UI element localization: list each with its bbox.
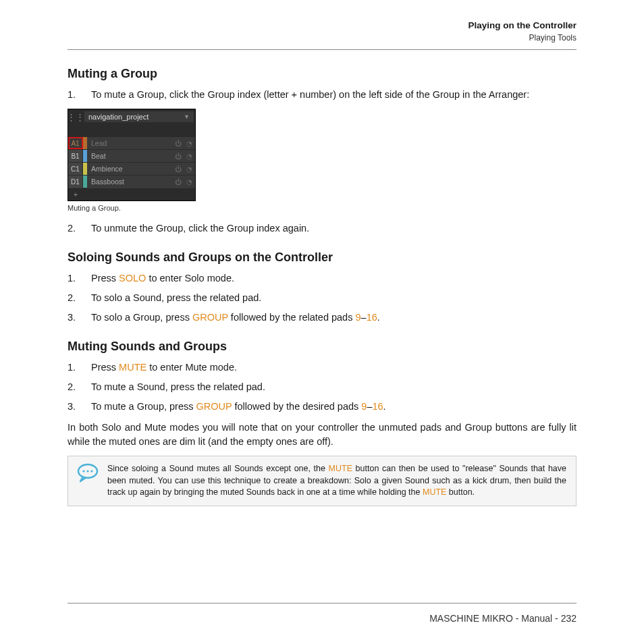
steps-mute-group-cont: To unmute the Group, click the Group ind… [68,221,576,236]
step-text: Press SOLO to enter Solo mode. [68,271,576,286]
step-text: To mute a Sound, press the related pad. [68,380,576,394]
page-header: Playing on the Controller Playing Tools [68,20,576,50]
group-name: Beat [87,150,172,162]
tip-box: Since soloing a Sound mutes all Sounds e… [68,456,576,506]
key-group: GROUP [192,312,228,323]
step-text: To solo a Sound, press the related pad. [68,291,576,305]
key-group: GROUP [196,401,232,412]
clock-icon: ◔ [186,153,192,160]
arranger-topbar: ⋮⋮ navigation_project ▼ [68,109,195,124]
heading-soloing: Soloing Sounds and Groups on the Control… [68,250,576,265]
group-row-icons: ⏻◔ [172,150,195,162]
arranger-group-row[interactable]: A1Lead⏻◔ [68,136,195,149]
clock-icon: ◔ [186,140,192,147]
group-name: Bassboost [87,176,172,188]
key-pad-16: 16 [372,401,383,412]
tip-text: Since soloing a Sound mutes all Sounds e… [107,464,329,473]
project-name-label: navigation_project [88,111,149,122]
chevron-down-icon: ▼ [184,111,190,122]
svg-point-2 [86,471,88,473]
steps-mute-group: To mute a Group, click the Group index (… [68,88,576,102]
arranger-group-row[interactable]: B1Beat⏻◔ [68,149,195,162]
speech-bubble-icon [76,463,101,483]
power-icon: ⏻ [175,165,182,173]
key-mute: MUTE [423,487,446,497]
svg-point-3 [90,471,92,473]
key-mute: MUTE [119,362,146,373]
clock-icon: ◔ [186,165,192,173]
group-name: Ambience [87,163,172,175]
group-name: Lead [87,137,172,149]
group-index[interactable]: A1 [68,137,83,149]
panel-grip-icon: ⋮⋮ [68,109,83,124]
key-pad-9: 9 [355,312,360,323]
power-icon: ⏻ [175,153,182,160]
group-index[interactable]: B1 [68,150,83,162]
arranger-group-row[interactable]: C1Ambience⏻◔ [68,162,195,175]
arranger-spacer [68,124,195,136]
arranger-group-row[interactable]: D1Bassboost⏻◔ [68,175,195,188]
svg-point-1 [82,471,84,473]
key-pad-16: 16 [367,312,377,323]
heading-muting-a-group: Muting a Group [68,67,576,81]
group-row-icons: ⏻◔ [172,176,195,188]
key-mute: MUTE [329,464,352,473]
tip-text: button. [446,487,475,497]
plus-icon: + [68,188,83,200]
group-index[interactable]: C1 [68,163,83,175]
steps-solo: Press SOLO to enter Solo mode. To solo a… [68,271,576,325]
caption-muting-group: Muting a Group. [68,204,576,212]
arranger-panel: ⋮⋮ navigation_project ▼ A1Lead⏻◔B1Beat⏻◔… [68,109,196,201]
step-text: To unmute the Group, click the Group ind… [68,221,576,236]
heading-muting-sounds: Muting Sounds and Groups [68,340,576,354]
step-text: To solo a Group, press GROUP followed by… [68,311,576,325]
group-row-icons: ⏻◔ [172,137,195,149]
project-name-dropdown[interactable]: navigation_project ▼ [84,111,194,122]
step-text: Press MUTE to enter Mute mode. [68,360,576,375]
arranger-add-row[interactable]: + [68,188,195,200]
header-section: Playing on the Controller [68,20,576,30]
group-index[interactable]: D1 [68,176,83,188]
power-icon: ⏻ [175,178,182,186]
key-solo: SOLO [119,273,146,284]
step-text: To mute a Group, press GROUP followed by… [68,400,576,414]
page-footer: MASCHINE MIKRO - Manual - 232 [68,603,576,624]
power-icon: ⏻ [175,140,182,147]
group-row-icons: ⏻◔ [172,163,195,175]
note-paragraph: In both Solo and Mute modes you will not… [68,421,576,449]
step-text: To mute a Group, click the Group index (… [68,88,576,102]
steps-mute: Press MUTE to enter Mute mode. To mute a… [68,360,576,414]
header-subsection: Playing Tools [68,33,576,43]
clock-icon: ◔ [186,178,192,186]
